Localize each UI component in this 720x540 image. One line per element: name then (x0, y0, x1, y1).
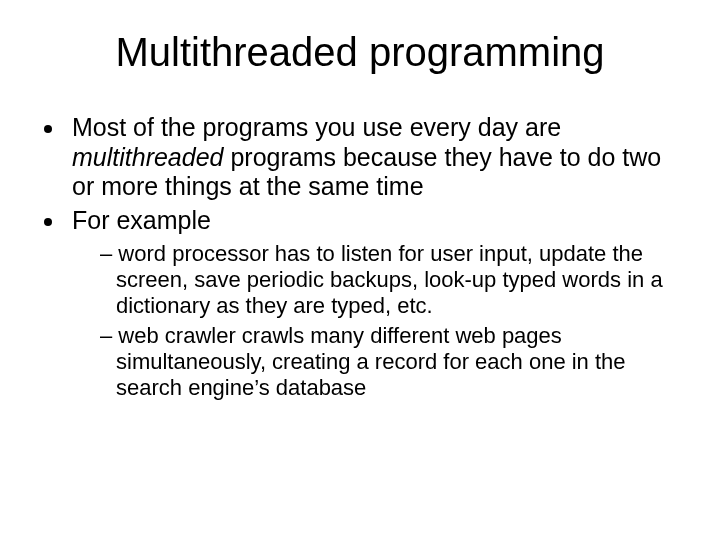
sub-bullet-list: word processor has to listen for user in… (100, 241, 690, 401)
slide-title: Multithreaded programming (30, 30, 690, 75)
bullet-1-pre: Most of the programs you use every day a… (72, 113, 561, 141)
bullet-2-text: For example (72, 206, 211, 234)
sub-bullet-1: word processor has to listen for user in… (100, 241, 690, 319)
bullet-2: For example word processor has to listen… (66, 206, 690, 401)
bullet-1: Most of the programs you use every day a… (66, 113, 690, 202)
slide: Multithreaded programming Most of the pr… (0, 0, 720, 540)
sub-bullet-2-text: web crawler crawls many different web pa… (116, 323, 626, 400)
sub-bullet-2: web crawler crawls many different web pa… (100, 323, 690, 401)
bullet-list: Most of the programs you use every day a… (44, 113, 690, 401)
sub-bullet-1-text: word processor has to listen for user in… (116, 241, 663, 318)
bullet-1-italic: multithreaded (72, 143, 223, 171)
